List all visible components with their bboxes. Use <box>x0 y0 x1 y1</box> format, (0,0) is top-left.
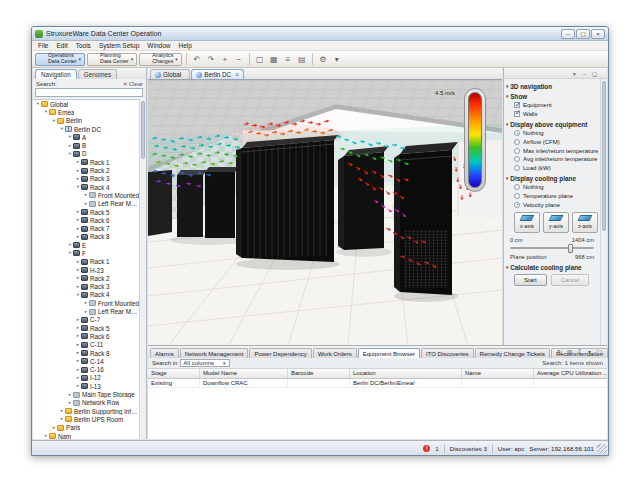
tree-item[interactable]: Paris <box>33 424 139 432</box>
tree-item[interactable]: Left Rear Moun <box>33 200 139 208</box>
section-3d-navigation[interactable]: ▾ 3D navigation <box>506 83 598 90</box>
bottom-toolbar-icon[interactable]: ▢ <box>595 347 604 356</box>
perspective-button[interactable]: Analytics Changes ▾ <box>139 53 182 66</box>
section-calculate[interactable]: ▾ Calculate cooling plane <box>506 264 598 271</box>
section-collapse-icon[interactable]: ▾ <box>506 94 508 99</box>
tree-item[interactable]: Left Rear Moun <box>33 307 139 315</box>
tree-item[interactable]: Rack 6 <box>33 216 139 224</box>
column-header[interactable]: Location <box>350 369 462 378</box>
bottom-tab[interactable]: Equipment Browser <box>358 348 420 358</box>
bottom-tab[interactable]: Power Dependency <box>249 348 311 358</box>
perspective-button[interactable]: Operations Data Center ▾ <box>35 53 85 66</box>
close-tab-icon[interactable]: × <box>235 71 239 78</box>
slider-track[interactable] <box>510 247 594 249</box>
tree-item[interactable]: Rack 5 <box>33 324 139 332</box>
tree-item[interactable]: F <box>33 249 139 257</box>
column-header[interactable]: Name <box>462 369 534 378</box>
toolbar-icon[interactable]: ⚙ <box>317 53 329 65</box>
radio-button[interactable] <box>514 184 520 190</box>
toolbar-icon[interactable]: ▤ <box>296 53 308 65</box>
table-row[interactable]: Existing Downflow CRAC Berlin DC/Berlin/… <box>148 379 607 388</box>
display-above-option[interactable]: Nothing <box>506 129 598 138</box>
section-cooling-plane[interactable]: ▾ Display cooling plane <box>506 175 598 182</box>
right-panel-scrollbar-thumb[interactable] <box>602 81 606 231</box>
tree-item[interactable]: Berlin DC <box>33 125 139 133</box>
axis-button[interactable]: z-axis <box>572 212 598 233</box>
tree-item[interactable]: Network Row <box>33 399 139 407</box>
view-toolbar-icon[interactable]: ▢ <box>590 69 599 78</box>
toolbar-icon[interactable]: ▾ <box>331 53 343 65</box>
alarm-icon[interactable]: ! <box>423 445 430 452</box>
menu-item[interactable]: Help <box>174 42 195 49</box>
bottom-toolbar-icon[interactable]: ↧ <box>575 347 584 356</box>
tree-item[interactable]: I-12 <box>33 374 139 382</box>
column-header[interactable]: Model Name <box>200 369 288 378</box>
plane-position-slider[interactable] <box>510 244 594 253</box>
search-input[interactable] <box>35 88 143 97</box>
radio-button[interactable] <box>514 193 520 199</box>
section-collapse-icon[interactable]: ▾ <box>506 265 508 270</box>
column-header[interactable]: Stage <box>148 369 200 378</box>
radio-button[interactable] <box>514 202 520 208</box>
tree-item[interactable]: Rack 2 <box>33 166 139 174</box>
tree-item[interactable]: Rack 8 <box>33 233 139 241</box>
resize-grip[interactable] <box>597 444 607 454</box>
tree-scrollbar[interactable] <box>139 99 146 439</box>
window-control-button[interactable]: – <box>561 29 575 39</box>
axis-button[interactable]: x-axis <box>514 212 540 233</box>
tree-scrollbar-thumb[interactable] <box>141 101 145 159</box>
radio-button[interactable] <box>514 156 520 162</box>
bottom-toolbar-icon[interactable]: ↻ <box>555 347 564 356</box>
display-above-option[interactable]: Load (kW) <box>506 164 598 173</box>
section-collapse-icon[interactable]: ▾ <box>506 176 508 181</box>
toolbar-icon[interactable]: ↷ <box>205 53 217 65</box>
cooling-plane-option[interactable]: Nothing <box>506 183 598 192</box>
tree-item[interactable]: Rack 5 <box>33 208 139 216</box>
cooling-plane-option[interactable]: Temperature plane <box>506 192 598 201</box>
section-collapse-icon[interactable]: ▾ <box>506 122 508 127</box>
display-above-option[interactable]: Avg inlet/return temperature <box>506 155 598 164</box>
tree-item[interactable]: D <box>33 150 139 158</box>
clear-search-button[interactable]: ✕ Clear <box>123 81 143 87</box>
tree-item[interactable]: E <box>33 241 139 249</box>
view-toolbar-icon[interactable]: – <box>580 69 589 78</box>
menu-item[interactable]: Window <box>143 42 174 49</box>
section-display-above[interactable]: ▾ Display above equipment <box>506 121 598 128</box>
tree-item[interactable]: Front Mounted <box>33 191 139 199</box>
toolbar-icon[interactable]: ▢ <box>254 53 266 65</box>
radio-button[interactable] <box>514 130 520 136</box>
perspective-button[interactable]: Planning Data Center ▾ <box>87 53 137 66</box>
tree-item[interactable]: Emea <box>33 108 139 116</box>
view-toolbar-icon[interactable]: ▾ <box>570 69 579 78</box>
toolbar-icon[interactable]: − <box>233 53 245 65</box>
menu-item[interactable]: Tools <box>72 42 95 49</box>
tree-item[interactable]: Berlin <box>33 117 139 125</box>
3d-scene-view[interactable]: 4.5 m/s <box>148 79 502 345</box>
tree-item[interactable]: A <box>33 133 139 141</box>
bottom-tab[interactable]: Work Orders <box>313 348 357 358</box>
tree-item[interactable]: C-14 <box>33 357 139 365</box>
bottom-toolbar-icon[interactable]: ▥ <box>565 347 574 356</box>
tree-item[interactable]: Rack 4 <box>33 183 139 191</box>
title-bar[interactable]: StruxureWare Data Center Operation – ▢ × <box>32 27 608 41</box>
tree-item[interactable]: B <box>33 141 139 149</box>
bottom-tab[interactable]: Remedy Change Tickets <box>475 348 550 358</box>
cooling-plane-option[interactable]: Velocity plane <box>506 200 598 209</box>
axis-button[interactable]: y-axis <box>543 212 569 233</box>
show-option[interactable]: Equipment <box>506 101 598 110</box>
section-show[interactable]: ▾ Show <box>506 93 598 100</box>
columns-dropdown[interactable]: All columns ▼ <box>180 359 229 367</box>
tree-item[interactable]: Rack 8 <box>33 349 139 357</box>
tree-item[interactable]: Rack 4 <box>33 291 139 299</box>
toolbar-icon[interactable]: ≡ <box>282 53 294 65</box>
display-above-option[interactable]: Max inlet/return temperature <box>506 146 598 155</box>
tree-item[interactable]: I-13 <box>33 382 139 390</box>
column-header[interactable]: Barcode <box>288 369 350 378</box>
left-panel-tab[interactable]: Genomes <box>78 69 117 79</box>
tree-item[interactable]: Main Tape Storage <box>33 390 139 398</box>
tree-item[interactable]: C-7 <box>33 316 139 324</box>
window-control-button[interactable]: ▢ <box>576 29 590 39</box>
column-header[interactable]: Average CPU Utilization ... <box>534 369 607 378</box>
menu-item[interactable]: System Setup <box>95 42 143 49</box>
tree-item[interactable]: H-23 <box>33 266 139 274</box>
